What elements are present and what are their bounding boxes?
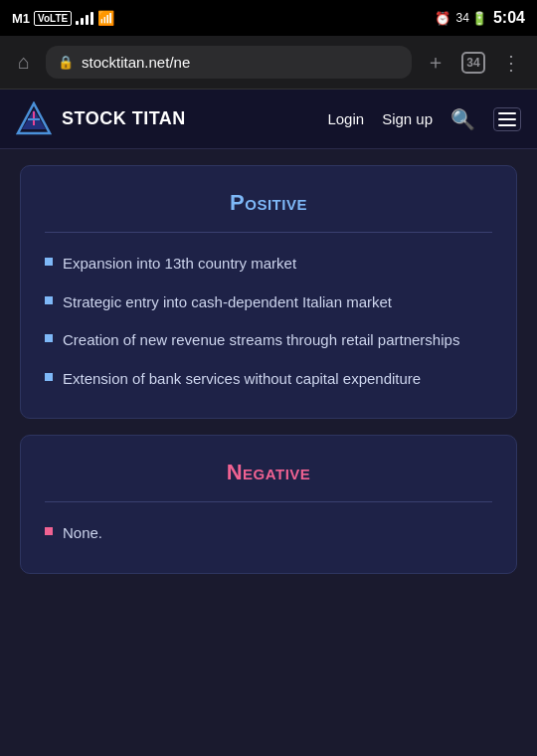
signal-bars-icon (76, 11, 93, 25)
bullet-icon (45, 373, 53, 381)
negative-card: Negative None. (20, 435, 517, 574)
carrier-name: M1 (12, 11, 30, 26)
list-item: None. (45, 522, 492, 545)
signup-button[interactable]: Sign up (382, 110, 433, 127)
list-item: Creation of new revenue streams through … (45, 329, 492, 352)
nav-actions: Login Sign up 🔍 (327, 107, 521, 131)
hamburger-menu-button[interactable] (493, 107, 521, 131)
bullet-icon (45, 527, 53, 535)
volte-badge: VoLTE (34, 11, 72, 26)
url-text: stocktitan.net/ne (82, 54, 190, 71)
positive-title: Positive (45, 190, 492, 216)
more-options-button[interactable]: ⋮ (495, 51, 527, 75)
battery-percent: 34 (456, 11, 469, 25)
browser-bar: ⌂ 🔒 stocktitan.net/ne ＋ 34 ⋮ (0, 36, 537, 90)
battery-indicator: 34 🔋 (456, 11, 487, 26)
browser-actions: ＋ 34 ⋮ (420, 49, 527, 76)
positive-card: Positive Expansion into 13th country mar… (20, 165, 517, 419)
url-bar[interactable]: 🔒 stocktitan.net/ne (46, 46, 412, 79)
security-icon: 🔒 (58, 55, 74, 70)
bullet-icon (45, 296, 53, 304)
carrier-info: M1 VoLTE 📶 (12, 10, 114, 26)
logo-text: STOCK TITAN (62, 108, 186, 129)
alarm-icon: ⏰ (435, 11, 450, 26)
login-button[interactable]: Login (327, 110, 364, 127)
home-icon[interactable]: ⌂ (10, 51, 38, 74)
list-item: Extension of bank services without capit… (45, 368, 492, 391)
status-right: ⏰ 34 🔋 5:04 (435, 9, 525, 27)
wifi-icon: 📶 (97, 10, 114, 26)
negative-divider (45, 501, 492, 502)
bullet-icon (45, 334, 53, 342)
tabs-count-badge[interactable]: 34 (461, 52, 485, 74)
list-item: Strategic entry into cash-dependent Ital… (45, 291, 492, 314)
battery-icon: 🔋 (471, 11, 487, 26)
negative-title: Negative (45, 460, 492, 485)
status-bar: M1 VoLTE 📶 ⏰ 34 🔋 5:04 (0, 0, 537, 36)
logo-icon (16, 101, 52, 137)
nav-bar: STOCK TITAN Login Sign up 🔍 (0, 90, 537, 149)
main-content: Positive Expansion into 13th country mar… (0, 149, 537, 756)
logo-area: STOCK TITAN (16, 101, 327, 137)
positive-list: Expansion into 13th country marketStrate… (45, 253, 492, 390)
new-tab-button[interactable]: ＋ (420, 49, 451, 76)
list-item: Expansion into 13th country market (45, 253, 492, 276)
search-icon[interactable]: 🔍 (450, 107, 475, 131)
negative-list: None. (45, 522, 492, 545)
bullet-icon (45, 258, 53, 266)
clock-time: 5:04 (493, 9, 525, 27)
positive-divider (45, 232, 492, 233)
